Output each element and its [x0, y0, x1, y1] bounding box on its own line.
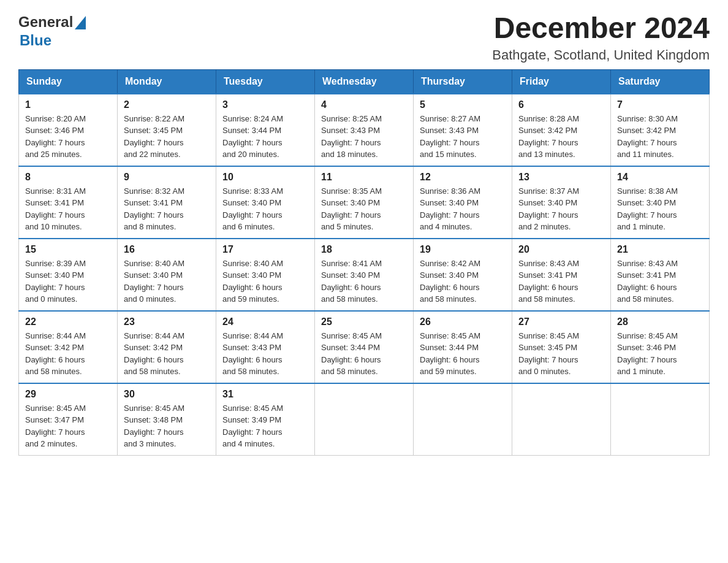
- day-number: 25: [321, 316, 407, 327]
- sunset-text: Sunset: 3:40 PM: [617, 198, 676, 207]
- day-info: Sunrise: 8:40 AM Sunset: 3:40 PM Dayligh…: [222, 258, 308, 305]
- calendar-cell: 30 Sunrise: 8:45 AM Sunset: 3:48 PM Dayl…: [118, 383, 216, 456]
- day-number: 27: [518, 316, 604, 327]
- day-info: Sunrise: 8:44 AM Sunset: 3:43 PM Dayligh…: [222, 330, 308, 378]
- day-number: 24: [222, 316, 308, 327]
- sunrise-text: Sunrise: 8:45 AM: [25, 404, 86, 413]
- daylight-text2: and 58 minutes.: [321, 294, 378, 304]
- day-number: 8: [25, 172, 111, 183]
- sunrise-text: Sunrise: 8:37 AM: [518, 186, 579, 196]
- sunset-text: Sunset: 3:41 PM: [124, 198, 183, 207]
- daylight-text: Daylight: 6 hours: [420, 355, 480, 364]
- sunrise-text: Sunrise: 8:45 AM: [518, 331, 579, 340]
- day-number: 1: [25, 99, 111, 110]
- day-number: 16: [124, 244, 210, 255]
- day-number: 6: [518, 99, 604, 110]
- sunset-text: Sunset: 3:40 PM: [420, 198, 479, 207]
- calendar-cell: 27 Sunrise: 8:45 AM Sunset: 3:45 PM Dayl…: [512, 311, 611, 383]
- sunrise-text: Sunrise: 8:39 AM: [25, 259, 86, 268]
- day-number: 30: [124, 389, 210, 400]
- day-number: 15: [25, 244, 111, 255]
- day-number: 2: [124, 99, 210, 110]
- calendar-cell: 23 Sunrise: 8:44 AM Sunset: 3:42 PM Dayl…: [118, 311, 216, 383]
- day-number: 28: [617, 316, 703, 327]
- day-info: Sunrise: 8:38 AM Sunset: 3:40 PM Dayligh…: [617, 185, 703, 233]
- sunset-text: Sunset: 3:44 PM: [321, 343, 380, 352]
- day-of-week-header: Monday: [118, 69, 216, 94]
- sunrise-text: Sunrise: 8:41 AM: [321, 259, 382, 268]
- sunset-text: Sunset: 3:49 PM: [222, 415, 281, 424]
- daylight-text2: and 1 minute.: [617, 222, 665, 231]
- daylight-text2: and 58 minutes.: [420, 294, 477, 304]
- daylight-text2: and 5 minutes.: [321, 222, 373, 231]
- day-of-week-header: Sunday: [19, 69, 118, 94]
- calendar-cell: 15 Sunrise: 8:39 AM Sunset: 3:40 PM Dayl…: [19, 239, 118, 311]
- daylight-text2: and 0 minutes.: [25, 294, 77, 304]
- daylight-text2: and 25 minutes.: [25, 150, 82, 159]
- day-number: 21: [617, 244, 703, 255]
- day-number: 20: [518, 244, 604, 255]
- day-info: Sunrise: 8:45 AM Sunset: 3:44 PM Dayligh…: [321, 330, 407, 378]
- calendar-week-row: 15 Sunrise: 8:39 AM Sunset: 3:40 PM Dayl…: [19, 239, 710, 311]
- calendar-cell: 14 Sunrise: 8:38 AM Sunset: 3:40 PM Dayl…: [611, 166, 710, 239]
- calendar-cell: 17 Sunrise: 8:40 AM Sunset: 3:40 PM Dayl…: [216, 239, 315, 311]
- sunrise-text: Sunrise: 8:42 AM: [420, 259, 480, 268]
- daylight-text2: and 3 minutes.: [124, 439, 176, 448]
- calendar-cell: 6 Sunrise: 8:28 AM Sunset: 3:42 PM Dayli…: [512, 94, 611, 166]
- sunset-text: Sunset: 3:46 PM: [617, 343, 676, 352]
- sunrise-text: Sunrise: 8:45 AM: [321, 331, 382, 340]
- day-info: Sunrise: 8:44 AM Sunset: 3:42 PM Dayligh…: [25, 330, 111, 378]
- day-info: Sunrise: 8:45 AM Sunset: 3:47 PM Dayligh…: [25, 402, 111, 450]
- calendar-cell: 20 Sunrise: 8:43 AM Sunset: 3:41 PM Dayl…: [512, 239, 611, 311]
- sunrise-text: Sunrise: 8:45 AM: [124, 404, 184, 413]
- daylight-text: Daylight: 7 hours: [617, 138, 677, 147]
- day-info: Sunrise: 8:32 AM Sunset: 3:41 PM Dayligh…: [124, 185, 210, 233]
- day-info: Sunrise: 8:45 AM Sunset: 3:45 PM Dayligh…: [518, 330, 604, 378]
- calendar-cell: [611, 383, 710, 456]
- calendar-week-row: 1 Sunrise: 8:20 AM Sunset: 3:46 PM Dayli…: [19, 94, 710, 166]
- daylight-text: Daylight: 7 hours: [222, 427, 282, 437]
- daylight-text2: and 13 minutes.: [518, 150, 575, 159]
- day-info: Sunrise: 8:42 AM Sunset: 3:40 PM Dayligh…: [420, 258, 506, 305]
- day-number: 11: [321, 172, 407, 183]
- day-number: 10: [222, 172, 308, 183]
- day-number: 7: [617, 99, 703, 110]
- sunset-text: Sunset: 3:40 PM: [124, 270, 183, 280]
- calendar-cell: 31 Sunrise: 8:45 AM Sunset: 3:49 PM Dayl…: [216, 383, 315, 456]
- day-info: Sunrise: 8:43 AM Sunset: 3:41 PM Dayligh…: [518, 258, 604, 305]
- sunset-text: Sunset: 3:43 PM: [420, 126, 479, 135]
- calendar-cell: [512, 383, 611, 456]
- svg-marker-0: [75, 16, 86, 29]
- daylight-text: Daylight: 7 hours: [222, 210, 282, 220]
- sunset-text: Sunset: 3:45 PM: [518, 343, 577, 352]
- daylight-text: Daylight: 7 hours: [420, 138, 480, 147]
- calendar-cell: 19 Sunrise: 8:42 AM Sunset: 3:40 PM Dayl…: [414, 239, 512, 311]
- sunset-text: Sunset: 3:44 PM: [222, 126, 281, 135]
- calendar-cell: [315, 383, 414, 456]
- day-info: Sunrise: 8:35 AM Sunset: 3:40 PM Dayligh…: [321, 185, 407, 233]
- daylight-text: Daylight: 6 hours: [222, 355, 282, 364]
- day-info: Sunrise: 8:30 AM Sunset: 3:42 PM Dayligh…: [617, 113, 703, 161]
- day-info: Sunrise: 8:27 AM Sunset: 3:43 PM Dayligh…: [420, 113, 506, 161]
- sunset-text: Sunset: 3:44 PM: [420, 343, 479, 352]
- day-number: 19: [420, 244, 506, 255]
- sunset-text: Sunset: 3:42 PM: [25, 343, 84, 352]
- daylight-text2: and 58 minutes.: [25, 367, 82, 376]
- logo-general-text: General: [18, 13, 73, 31]
- daylight-text: Daylight: 7 hours: [222, 138, 282, 147]
- sunrise-text: Sunrise: 8:27 AM: [420, 114, 480, 123]
- calendar-cell: 25 Sunrise: 8:45 AM Sunset: 3:44 PM Dayl…: [315, 311, 414, 383]
- day-of-week-header: Wednesday: [315, 69, 414, 94]
- calendar-cell: 12 Sunrise: 8:36 AM Sunset: 3:40 PM Dayl…: [414, 166, 512, 239]
- day-info: Sunrise: 8:45 AM Sunset: 3:46 PM Dayligh…: [617, 330, 703, 378]
- day-of-week-header: Friday: [512, 69, 611, 94]
- sunset-text: Sunset: 3:40 PM: [518, 198, 577, 207]
- sunrise-text: Sunrise: 8:30 AM: [617, 114, 678, 123]
- calendar-cell: 1 Sunrise: 8:20 AM Sunset: 3:46 PM Dayli…: [19, 94, 118, 166]
- daylight-text2: and 2 minutes.: [518, 222, 571, 231]
- daylight-text: Daylight: 7 hours: [617, 210, 677, 220]
- daylight-text2: and 1 minute.: [617, 367, 665, 376]
- daylight-text2: and 59 minutes.: [420, 367, 477, 376]
- day-info: Sunrise: 8:45 AM Sunset: 3:48 PM Dayligh…: [124, 402, 210, 450]
- day-number: 31: [222, 389, 308, 400]
